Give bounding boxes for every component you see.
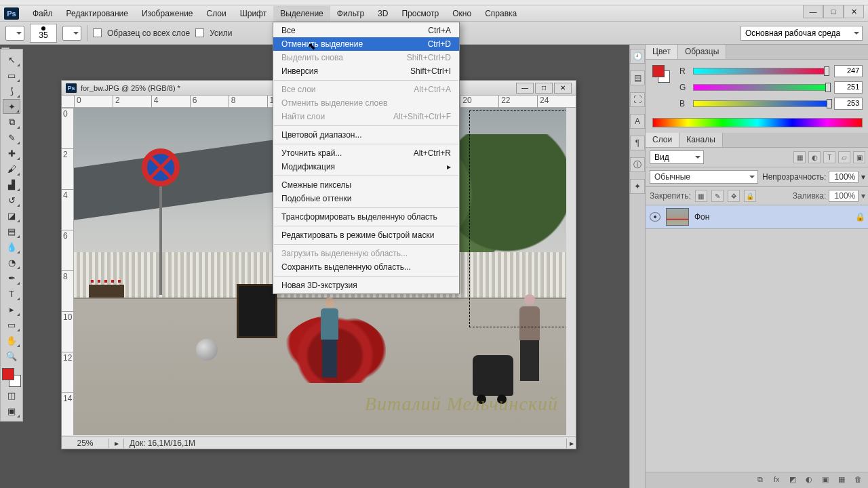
type-tool[interactable]: T xyxy=(3,286,20,301)
layer-visibility-icon[interactable] xyxy=(650,212,660,222)
menu-3d[interactable]: 3D xyxy=(371,6,395,21)
tab-channels[interactable]: Каналы xyxy=(679,133,723,147)
menu-изображение[interactable]: Изображение xyxy=(135,6,200,21)
fill-flyout-icon[interactable]: ▾ xyxy=(861,191,865,201)
brush-tool[interactable]: 🖌 xyxy=(3,161,20,176)
enhance-checkbox[interactable] xyxy=(195,28,204,37)
menu-item-уточнить-край-[interactable]: Уточнить край...Alt+Ctrl+R xyxy=(273,146,459,160)
minimize-button[interactable]: — xyxy=(803,5,823,18)
filter-shape-icon[interactable]: ▱ xyxy=(838,151,850,163)
lock-paint-icon[interactable]: ✎ xyxy=(711,190,724,202)
brush-preset-picker[interactable]: 35 xyxy=(30,24,57,43)
tool-preset-picker[interactable] xyxy=(5,26,24,41)
adjustment-layer-icon[interactable]: ◐ xyxy=(803,475,815,486)
menu-фильтр[interactable]: Фильтр xyxy=(330,6,371,21)
menu-шрифт[interactable]: Шрифт xyxy=(233,6,273,21)
properties-panel-icon[interactable]: ⛶ xyxy=(630,92,645,107)
marquee-tool[interactable]: ▭ xyxy=(3,68,20,83)
filter-smart-icon[interactable]: ▣ xyxy=(853,151,865,163)
menu-слои[interactable]: Слои xyxy=(200,6,233,21)
menu-item-трансформировать-выделенную-область[interactable]: Трансформировать выделенную область xyxy=(273,210,459,224)
close-button[interactable]: ✕ xyxy=(844,5,864,18)
vertical-scrollbar[interactable] xyxy=(566,108,576,435)
menu-item-подобные-оттенки[interactable]: Подобные оттенки xyxy=(273,192,459,205)
slider-B[interactable] xyxy=(693,100,829,107)
info-panel-icon[interactable]: ⓘ xyxy=(630,157,645,172)
delete-layer-icon[interactable]: 🗑 xyxy=(852,475,864,486)
layer-filter-dropdown[interactable]: Вид xyxy=(650,150,704,164)
eyedropper-tool[interactable]: ✎ xyxy=(3,130,20,145)
character-panel-icon[interactable]: A xyxy=(630,114,645,129)
zoom-level[interactable]: 25% xyxy=(62,439,109,448)
path-select-tool[interactable]: ▸ xyxy=(3,302,20,317)
status-icon[interactable]: ▸ xyxy=(109,439,124,448)
doc-maximize-button[interactable]: □ xyxy=(535,83,553,94)
menu-item-цветовой-диапазон-[interactable]: Цветовой диапазон... xyxy=(273,128,459,142)
menu-выделение[interactable]: Выделение xyxy=(273,6,330,21)
crop-tool[interactable]: ⧉ xyxy=(3,115,20,129)
blend-mode-dropdown[interactable]: Обычные xyxy=(650,170,758,184)
menu-item-инверсия[interactable]: ИнверсияShift+Ctrl+I xyxy=(273,64,459,78)
color-swatches[interactable] xyxy=(2,368,21,387)
doc-close-button[interactable]: ✕ xyxy=(554,83,572,94)
layer-item-background[interactable]: Фон 🔒 xyxy=(646,205,868,229)
color-spectrum[interactable] xyxy=(652,118,863,127)
paragraph-panel-icon[interactable]: ¶ xyxy=(630,136,645,150)
color-panel-swatches[interactable] xyxy=(652,65,670,83)
lock-all-icon[interactable]: 🔒 xyxy=(744,190,756,202)
menu-item-модификация[interactable]: Модификация▸ xyxy=(273,160,459,174)
doc-minimize-button[interactable]: — xyxy=(516,83,534,94)
menu-просмотр[interactable]: Просмотр xyxy=(395,6,446,21)
layer-style-icon[interactable]: fx xyxy=(770,475,783,486)
menu-item-все[interactable]: ВсеCtrl+A xyxy=(273,24,459,37)
status-arrow[interactable]: ▸ xyxy=(566,439,576,448)
menu-редактирование[interactable]: Редактирование xyxy=(60,6,135,21)
menu-item-редактировать-в-режиме-быстрой-маски[interactable]: Редактировать в режиме быстрой маски xyxy=(273,228,459,242)
menu-файл[interactable]: Файл xyxy=(26,6,60,21)
slider-G[interactable] xyxy=(693,84,829,91)
menu-item-смежные-пикселы[interactable]: Смежные пикселы xyxy=(273,178,459,192)
menu-окно[interactable]: Окно xyxy=(446,6,478,21)
history-panel-icon[interactable]: 🕘 xyxy=(630,49,645,64)
pen-tool[interactable]: ✒ xyxy=(3,270,20,285)
tab-swatches[interactable]: Образцы xyxy=(678,45,726,59)
fill-value[interactable]: 100% xyxy=(829,190,859,202)
channel-value-B[interactable]: 253 xyxy=(834,98,863,110)
brush-panel-toggle[interactable] xyxy=(62,26,81,41)
layer-mask-icon[interactable]: ◩ xyxy=(787,475,799,486)
tab-color[interactable]: Цвет xyxy=(646,45,678,59)
menu-item-сохранить-выделенную-область-[interactable]: Сохранить выделенную область... xyxy=(273,260,459,274)
menu-справка[interactable]: Справка xyxy=(478,6,524,21)
maximize-button[interactable]: □ xyxy=(823,5,844,18)
opacity-value[interactable]: 100% xyxy=(829,171,859,183)
stamp-tool[interactable]: ▟ xyxy=(3,177,20,192)
navigator-panel-icon[interactable]: ✦ xyxy=(630,179,645,194)
filter-adjust-icon[interactable]: ◐ xyxy=(808,151,821,163)
eraser-tool[interactable]: ◪ xyxy=(3,208,20,223)
actions-panel-icon[interactable]: ▤ xyxy=(630,70,645,85)
move-tool[interactable]: ↖ xyxy=(3,52,20,67)
menu-item-отменить-выделение[interactable]: Отменить выделениеCtrl+D xyxy=(273,37,459,51)
screen-mode-toggle[interactable]: ▣ xyxy=(3,403,20,418)
tab-layers[interactable]: Слои xyxy=(646,133,679,147)
shape-tool[interactable]: ▭ xyxy=(3,317,20,332)
lasso-tool[interactable]: ⟆ xyxy=(3,83,20,98)
sample-all-checkbox[interactable] xyxy=(93,28,102,37)
lock-trans-icon[interactable]: ▦ xyxy=(695,190,707,202)
new-layer-icon[interactable]: ▦ xyxy=(835,475,848,486)
filter-pixel-icon[interactable]: ▦ xyxy=(793,151,806,163)
hand-tool[interactable]: ✋ xyxy=(3,333,20,348)
blur-tool[interactable]: 💧 xyxy=(3,239,20,254)
history-brush-tool[interactable]: ↺ xyxy=(3,192,20,207)
filter-type-icon[interactable]: T xyxy=(823,151,835,163)
gradient-tool[interactable]: ▤ xyxy=(3,224,20,239)
menu-item-новая-3d-экструзия[interactable]: Новая 3D-экструзия xyxy=(273,279,459,292)
healing-tool[interactable]: ✚ xyxy=(3,146,20,161)
quick-select-tool[interactable]: ✦ xyxy=(3,99,20,114)
zoom-tool[interactable]: 🔍 xyxy=(3,348,20,363)
dodge-tool[interactable]: ◔ xyxy=(3,255,20,270)
group-icon[interactable]: ▣ xyxy=(819,475,831,486)
quick-mask-toggle[interactable]: ◫ xyxy=(3,388,20,403)
channel-value-R[interactable]: 247 xyxy=(834,65,863,77)
channel-value-G[interactable]: 251 xyxy=(834,81,863,94)
